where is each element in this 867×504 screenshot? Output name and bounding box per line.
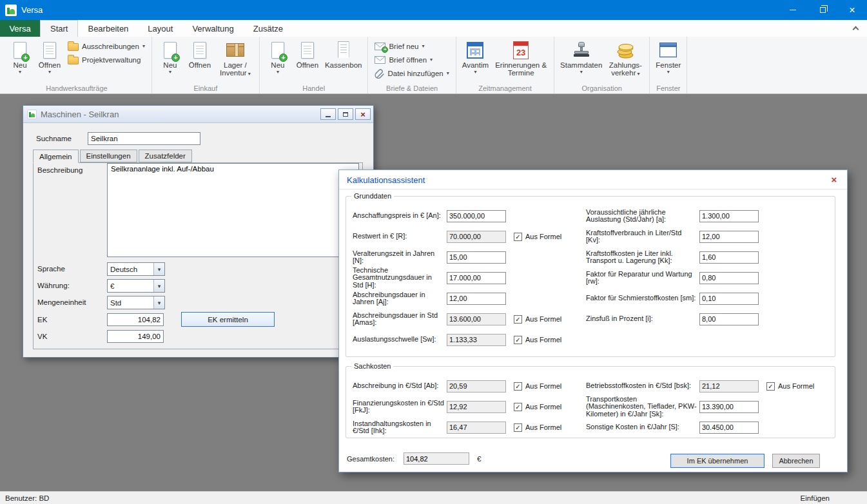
avantim-button[interactable]: Avantim ▾ bbox=[460, 38, 491, 75]
kraftstoffverbrauch-input[interactable] bbox=[699, 231, 759, 243]
abschreibungsdauer-jahre-input[interactable] bbox=[447, 293, 506, 305]
close-icon: × bbox=[360, 110, 365, 119]
workspace: Maschinen - Seilkran × Suchname Allgemei… bbox=[0, 94, 867, 491]
jaehrliche-auslastung-input[interactable] bbox=[699, 210, 759, 222]
abbrechen-button[interactable]: Abbrechen bbox=[772, 454, 820, 468]
form-row: Betriebsstoffkosten in €/Std [bsk]: ✓Aus… bbox=[586, 376, 835, 396]
aus-formel-label: Aus Formel bbox=[778, 382, 814, 390]
tab-zusaetze[interactable]: Zusätze bbox=[244, 20, 293, 37]
tab-layout[interactable]: Layout bbox=[138, 20, 182, 37]
field-label: Betriebsstoffkosten in €/Std [bsk]: bbox=[586, 382, 699, 390]
betriebsstoffkosten-input[interactable] bbox=[699, 380, 759, 393]
ausschreibungen-button[interactable]: Ausschreibungen ▾ bbox=[64, 39, 148, 53]
maschinen-window-icon bbox=[27, 110, 37, 119]
ek-ermitteln-button[interactable]: EK ermitteln bbox=[181, 312, 275, 327]
maschinen-restore-button[interactable] bbox=[338, 108, 353, 120]
auslastungsschwelle-input[interactable] bbox=[447, 334, 506, 346]
abschreibung-std-input[interactable] bbox=[447, 380, 506, 393]
handwerk-neu-button[interactable]: + Neu ▾ bbox=[5, 38, 35, 75]
maschinen-close-button[interactable]: × bbox=[355, 108, 371, 120]
maschinen-window-titlebar[interactable]: Maschinen - Seilkran × bbox=[23, 106, 373, 123]
tab-start[interactable]: Start bbox=[40, 20, 78, 37]
new-document-icon: + bbox=[268, 39, 288, 61]
aus-formel-checkbox[interactable]: ✓Aus Formel bbox=[514, 315, 561, 324]
tab-bearbeiten[interactable]: Bearbeiten bbox=[78, 20, 138, 37]
ribbon-group-handel: + Neu ▾ Öffnen Kassenbon Handel bbox=[260, 37, 369, 93]
aus-formel-checkbox[interactable]: ✓Aus Formel bbox=[766, 382, 814, 391]
datei-hinzufuegen-button[interactable]: Datei hinzufügen ▾ bbox=[371, 66, 452, 80]
tab-verwaltung[interactable]: Verwaltung bbox=[182, 20, 243, 37]
kassenbon-button[interactable]: Kassenbon bbox=[322, 38, 365, 70]
stamp-icon bbox=[571, 39, 592, 61]
file-menu-button[interactable]: Versa bbox=[0, 20, 40, 37]
stammdaten-button[interactable]: Stammdaten ▾ bbox=[558, 38, 605, 75]
dialog-title: Kalkulationsassistent bbox=[347, 175, 425, 185]
einkauf-oeffnen-button[interactable]: Öffnen bbox=[185, 38, 215, 70]
handel-neu-button[interactable]: + Neu ▾ bbox=[263, 38, 293, 75]
dropdown-arrow-icon: ▾ bbox=[48, 70, 51, 74]
minimize-button[interactable] bbox=[778, 0, 808, 20]
form-row: Restwert in € [R]: ✓Aus Formel bbox=[353, 226, 586, 247]
brief-neu-button[interactable]: + Brief neu ▾ bbox=[371, 39, 452, 53]
open-document-icon bbox=[297, 39, 318, 61]
dialog-close-button[interactable]: × bbox=[828, 173, 841, 186]
ek-input[interactable] bbox=[107, 313, 164, 326]
maschinen-minimize-button[interactable] bbox=[320, 108, 336, 120]
instandhaltungskosten-input[interactable] bbox=[447, 422, 506, 434]
mengeneinheit-select[interactable]: Std ▾ bbox=[107, 296, 165, 309]
waehrung-select[interactable]: € ▾ bbox=[107, 279, 165, 293]
ribbon-group-briefe-dateien: + Brief neu ▾ Brief öffnen ▾ bbox=[368, 37, 456, 93]
form-row: Kraftstoffkosten je Liter inkl. Transpor… bbox=[586, 247, 835, 267]
aus-formel-checkbox[interactable]: ✓Aus Formel bbox=[514, 336, 561, 344]
transportkosten-input[interactable] bbox=[699, 401, 759, 413]
zahlungsverkehr-button[interactable]: Zahlungs-verkehr▾ bbox=[605, 38, 646, 78]
handel-oeffnen-button[interactable]: Öffnen bbox=[293, 38, 322, 70]
anschaffungspreis-input[interactable] bbox=[447, 210, 506, 222]
beschreibung-textarea[interactable]: Seilkrananlage inkl. Auf-/Abbau bbox=[107, 163, 359, 257]
erinnerungen-termine-button[interactable]: 23 Erinnerungen & Termine bbox=[491, 38, 550, 78]
form-row: Faktor für Schmierstoffkosten [sm]: bbox=[586, 288, 835, 309]
aus-formel-label: Aus Formel bbox=[525, 315, 561, 323]
faktor-reparatur-input[interactable] bbox=[699, 272, 759, 284]
receipt-icon bbox=[333, 39, 354, 61]
im-ek-uebernehmen-button[interactable]: Im EK übernehmen bbox=[670, 454, 765, 468]
finanzierungskosten-input[interactable] bbox=[447, 401, 506, 413]
form-row: Auslastungsschwelle [Sw]: ✓Aus Formel bbox=[353, 329, 586, 350]
dropdown-arrow-icon: ▾ bbox=[153, 296, 164, 309]
kraftstoffkosten-input[interactable] bbox=[699, 251, 759, 264]
sprache-select[interactable]: Deutsch ▾ bbox=[107, 262, 165, 276]
restore-button[interactable] bbox=[808, 0, 837, 20]
aus-formel-checkbox[interactable]: ✓Aus Formel bbox=[514, 403, 561, 411]
titlebar[interactable]: Versa × bbox=[0, 0, 867, 20]
aus-formel-checkbox[interactable]: ✓Aus Formel bbox=[514, 382, 561, 391]
sonstige-kosten-input[interactable] bbox=[699, 422, 759, 434]
faktor-schmierstoff-input[interactable] bbox=[699, 293, 759, 305]
field-label: Faktor für Schmierstoffkosten [sm]: bbox=[586, 295, 699, 302]
tab-zusatzfelder[interactable]: Zusatzfelder bbox=[139, 150, 192, 162]
field-label: Kraftstoffkosten je Liter inkl. Transpor… bbox=[586, 250, 699, 265]
zinsfuss-input[interactable] bbox=[699, 313, 759, 325]
brief-oeffnen-button[interactable]: Brief öffnen ▾ bbox=[371, 53, 452, 66]
form-row: Abschreibungsdauer in Std [Amas]: ✓Aus F… bbox=[353, 309, 586, 329]
suchname-input[interactable] bbox=[88, 132, 200, 145]
einkauf-neu-button[interactable]: + Neu ▾ bbox=[155, 38, 185, 75]
dropdown-arrow-icon: ▾ bbox=[169, 70, 171, 74]
collapse-ribbon-button[interactable] bbox=[853, 20, 858, 37]
handwerk-oeffnen-button[interactable]: Öffnen ▾ bbox=[35, 38, 64, 75]
projektverwaltung-button[interactable]: Projektverwaltung bbox=[64, 53, 148, 66]
gesamtkosten-input[interactable] bbox=[404, 452, 469, 465]
checkbox-check-icon: ✓ bbox=[766, 382, 775, 391]
vk-input[interactable] bbox=[107, 330, 164, 343]
restore-icon bbox=[820, 7, 826, 13]
lager-inventur-button[interactable]: Lager / Inventur▾ bbox=[215, 38, 256, 78]
tab-einstellungen[interactable]: Einstellungen bbox=[80, 150, 137, 162]
aus-formel-checkbox[interactable]: ✓Aus Formel bbox=[514, 423, 561, 432]
aus-formel-checkbox[interactable]: ✓Aus Formel bbox=[514, 233, 561, 241]
tab-allgemein[interactable]: Allgemein bbox=[33, 150, 79, 163]
close-button[interactable]: × bbox=[837, 0, 867, 20]
veralterungszeit-input[interactable] bbox=[447, 251, 506, 264]
restwert-input[interactable] bbox=[447, 231, 506, 243]
gesamtnutzungsdauer-input[interactable] bbox=[447, 272, 506, 284]
fenster-button[interactable]: Fenster ▾ bbox=[653, 38, 683, 75]
abschreibungsdauer-std-input[interactable] bbox=[447, 313, 506, 325]
